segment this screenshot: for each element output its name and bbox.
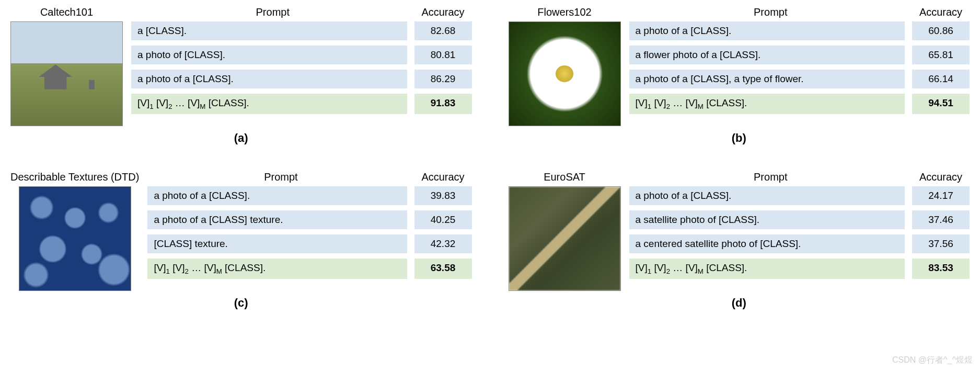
prompt-cell: a satellite photo of [CLASS]. (629, 210, 905, 229)
accuracy-cell: 24.17 (912, 186, 970, 205)
sample-image (19, 186, 131, 291)
prompt-cell: a photo of a [CLASS]. (147, 186, 407, 205)
prompt-table: Prompt Accuracy a photo of a [CLASS]. 60… (629, 6, 970, 114)
prompt-cell: a photo of a [CLASS], a type of flower. (629, 70, 905, 88)
table-header: Prompt Accuracy (131, 6, 472, 18)
accuracy-cell: 66.14 (912, 70, 970, 88)
table-row-learned: [V]1 [V]2 … [V]M [CLASS]. 91.83 (131, 94, 472, 114)
panel-content: Describable Textures (DTD) Prompt Accura… (10, 171, 472, 291)
accuracy-cell: 86.29 (414, 70, 472, 88)
prompt-table: Prompt Accuracy a photo of a [CLASS]. 24… (629, 171, 970, 279)
header-accuracy: Accuracy (414, 6, 472, 18)
panel-d: EuroSAT Prompt Accuracy a photo of a [CL… (509, 171, 970, 310)
sample-image (509, 186, 621, 291)
header-prompt: Prompt (131, 6, 414, 18)
sample-image (10, 21, 123, 126)
table-row: a photo of a [CLASS] texture. 40.25 (147, 210, 471, 229)
table-row: a photo of a [CLASS]. 60.86 (629, 21, 970, 40)
table-row: a flower photo of a [CLASS]. 65.81 (629, 46, 970, 64)
image-column: EuroSAT (509, 171, 621, 291)
prompt-cell: a photo of [CLASS]. (131, 46, 407, 64)
image-column: Caltech101 (10, 6, 123, 126)
panel-a: Caltech101 Prompt Accuracy a [CLASS]. 82… (10, 6, 472, 145)
accuracy-cell: 40.25 (414, 210, 472, 229)
panel-content: Caltech101 Prompt Accuracy a [CLASS]. 82… (10, 6, 472, 126)
panel-label: (d) (509, 296, 970, 310)
table-header: Prompt Accuracy (629, 6, 970, 18)
header-prompt: Prompt (147, 171, 414, 183)
prompt-cell-learned: [V]1 [V]2 … [V]M [CLASS]. (147, 259, 407, 279)
dataset-title: Caltech101 (40, 6, 93, 18)
table-row: [CLASS] texture. 42.32 (147, 234, 471, 253)
table-header: Prompt Accuracy (147, 171, 471, 183)
header-prompt: Prompt (629, 171, 913, 183)
accuracy-cell: 37.46 (912, 210, 970, 229)
accuracy-cell: 80.81 (414, 46, 472, 64)
prompt-cell: a centered satellite photo of [CLASS]. (629, 234, 905, 253)
panel-c: Describable Textures (DTD) Prompt Accura… (10, 171, 472, 310)
panel-content: Flowers102 Prompt Accuracy a photo of a … (509, 6, 970, 126)
table-header: Prompt Accuracy (629, 171, 970, 183)
dataset-title: Describable Textures (DTD) (10, 171, 139, 183)
panel-content: EuroSAT Prompt Accuracy a photo of a [CL… (509, 171, 970, 291)
accuracy-cell-learned: 94.51 (912, 94, 970, 114)
prompt-cell-learned: [V]1 [V]2 … [V]M [CLASS]. (131, 94, 407, 114)
dataset-title: EuroSAT (544, 171, 585, 183)
dataset-title: Flowers102 (537, 6, 591, 18)
header-prompt: Prompt (629, 6, 913, 18)
table-row-learned: [V]1 [V]2 … [V]M [CLASS]. 83.53 (629, 259, 970, 279)
table-row-learned: [V]1 [V]2 … [V]M [CLASS]. 94.51 (629, 94, 970, 114)
accuracy-cell: 37.56 (912, 234, 970, 253)
prompt-cell-learned: [V]1 [V]2 … [V]M [CLASS]. (629, 94, 905, 114)
prompt-cell: a flower photo of a [CLASS]. (629, 46, 905, 64)
prompt-cell: a photo of a [CLASS] texture. (147, 210, 407, 229)
table-row: a photo of a [CLASS]. 24.17 (629, 186, 970, 205)
accuracy-cell: 60.86 (912, 21, 970, 40)
image-column: Describable Textures (DTD) (10, 171, 139, 291)
table-row: a photo of a [CLASS], a type of flower. … (629, 70, 970, 88)
table-row: a satellite photo of [CLASS]. 37.46 (629, 210, 970, 229)
prompt-cell: a photo of a [CLASS]. (629, 21, 905, 40)
header-accuracy: Accuracy (912, 6, 970, 18)
table-row: a [CLASS]. 82.68 (131, 21, 472, 40)
table-row: a centered satellite photo of [CLASS]. 3… (629, 234, 970, 253)
prompt-cell: a photo of a [CLASS]. (629, 186, 905, 205)
prompt-cell: [CLASS] texture. (147, 234, 407, 253)
prompt-cell: a photo of a [CLASS]. (131, 70, 407, 88)
panel-label: (b) (509, 131, 970, 145)
accuracy-cell: 82.68 (414, 21, 472, 40)
prompt-table: Prompt Accuracy a photo of a [CLASS]. 39… (147, 171, 471, 279)
accuracy-cell: 39.83 (414, 186, 472, 205)
prompt-cell-learned: [V]1 [V]2 … [V]M [CLASS]. (629, 259, 905, 279)
table-row: a photo of a [CLASS]. 86.29 (131, 70, 472, 88)
panel-label: (c) (10, 296, 472, 310)
figure-grid: Caltech101 Prompt Accuracy a [CLASS]. 82… (10, 6, 970, 310)
panel-b: Flowers102 Prompt Accuracy a photo of a … (509, 6, 970, 145)
accuracy-cell-learned: 63.58 (414, 259, 472, 279)
table-row-learned: [V]1 [V]2 … [V]M [CLASS]. 63.58 (147, 259, 471, 279)
table-row: a photo of a [CLASS]. 39.83 (147, 186, 471, 205)
header-accuracy: Accuracy (414, 171, 472, 183)
image-column: Flowers102 (509, 6, 621, 126)
table-row: a photo of [CLASS]. 80.81 (131, 46, 472, 64)
accuracy-cell: 65.81 (912, 46, 970, 64)
accuracy-cell: 42.32 (414, 234, 472, 253)
prompt-cell: a [CLASS]. (131, 21, 407, 40)
panel-label: (a) (10, 131, 472, 145)
header-accuracy: Accuracy (912, 171, 970, 183)
sample-image (509, 21, 621, 126)
prompt-table: Prompt Accuracy a [CLASS]. 82.68 a photo… (131, 6, 472, 114)
accuracy-cell-learned: 91.83 (414, 94, 472, 114)
accuracy-cell-learned: 83.53 (912, 259, 970, 279)
